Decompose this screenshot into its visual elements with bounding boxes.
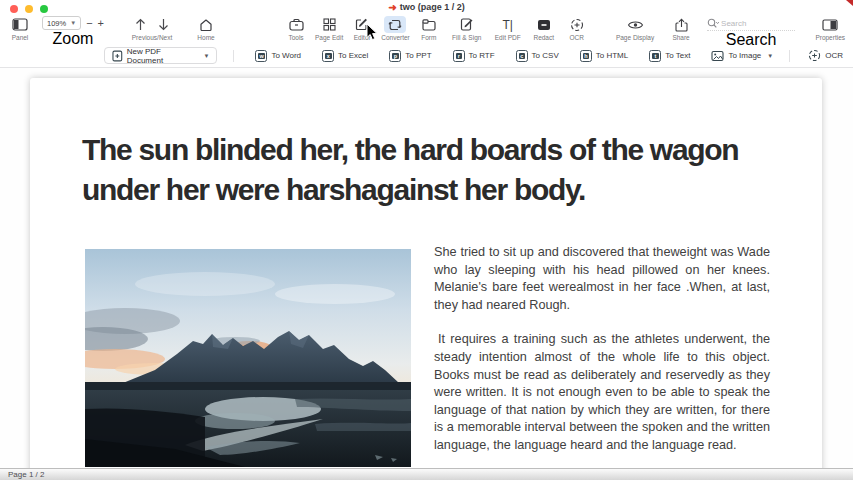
fill-sign-button[interactable]: Fill & Sign (448, 16, 486, 41)
tools-icon (289, 16, 304, 33)
paragraph: She tried to sit up and discovered that … (434, 244, 770, 314)
chevron-down-icon: ▼ (70, 20, 76, 26)
redact-button[interactable]: Redact (530, 16, 558, 41)
ocr-icon (808, 49, 821, 62)
paragraph: It requires a training such as the athle… (434, 331, 770, 454)
zoom-control: 109% ▼ − + Zoom (42, 16, 104, 48)
search-input[interactable] (721, 19, 783, 28)
corner-artifact (846, 0, 853, 6)
zoom-in-button[interactable]: + (98, 17, 104, 29)
window-title-wrap: ➜ two (page 1 / 2) (0, 2, 853, 12)
ocr-button[interactable]: OCR (563, 16, 591, 41)
panel-icon (12, 16, 28, 33)
tools-button[interactable]: Tools (282, 16, 310, 41)
to-csv-label: To CSV (532, 51, 559, 60)
ocr-label: OCR (570, 34, 584, 41)
to-word-label: To Word (271, 51, 301, 60)
converter-button[interactable]: Converter (381, 16, 410, 41)
separator (789, 50, 790, 62)
converter-icon (384, 16, 406, 33)
to-excel-button[interactable]: x To Excel (322, 50, 368, 62)
chevron-down-icon: ▼ (203, 53, 209, 59)
previous-next-control: Previous/Next (126, 16, 178, 41)
html-file-icon: h (580, 50, 592, 62)
to-ppt-label: To PPT (405, 51, 431, 60)
search-label: Search (726, 31, 777, 49)
home-icon (199, 16, 213, 33)
separator (233, 50, 234, 62)
page-edit-button[interactable]: Page Edit (315, 16, 343, 41)
chevron-down-icon: ▼ (767, 53, 773, 59)
search-icon (707, 18, 719, 29)
properties-icon (822, 16, 838, 33)
excel-file-icon: x (322, 50, 334, 62)
image-file-icon (711, 50, 724, 62)
document-icon: ➜ (388, 3, 396, 12)
to-word-button[interactable]: w To Word (255, 50, 301, 62)
to-csv-button[interactable]: c To CSV (516, 50, 559, 62)
pdf-page[interactable]: The sun blinded her, the hard boards of … (30, 78, 822, 468)
text-file-icon: t (649, 50, 661, 62)
fill-sign-icon (460, 16, 474, 33)
landscape-photo (85, 249, 411, 467)
app-window: ➜ two (page 1 / 2) Panel 109% ▼ − + Zoom (0, 0, 853, 480)
titlebar: ➜ two (page 1 / 2) (0, 0, 853, 14)
edit-pdf-button[interactable]: T| Edit PDF (491, 16, 525, 41)
page-indicator: Page 1 / 2 (8, 470, 44, 479)
word-file-icon: w (255, 50, 267, 62)
share-button[interactable]: Share (667, 16, 695, 41)
document-heading: The sun blinded her, the hard boards of … (82, 130, 782, 210)
main-toolbar: Panel 109% ▼ − + Zoom Previous/Next (0, 14, 853, 44)
form-button[interactable]: Form (415, 16, 443, 41)
edit-pdf-icon: T| (503, 16, 513, 33)
arrow-up-icon[interactable] (135, 18, 146, 31)
to-rtf-label: To RTF (469, 51, 495, 60)
document-view[interactable]: The sun blinded her, the hard boards of … (0, 68, 853, 468)
edit-pdf-label: Edit PDF (495, 34, 521, 41)
zoom-out-button[interactable]: − (86, 17, 92, 29)
to-ppt-button[interactable]: p To PPT (389, 50, 431, 62)
to-text-button[interactable]: t To Text (649, 50, 690, 62)
status-bar: Page 1 / 2 (0, 468, 853, 480)
window-title: two (page 1 / 2) (400, 2, 465, 12)
share-icon (675, 16, 688, 33)
ppt-file-icon: p (389, 50, 401, 62)
to-rtf-button[interactable]: r To RTF (453, 50, 495, 62)
panel-button[interactable]: Panel (6, 16, 34, 41)
fill-sign-label: Fill & Sign (452, 34, 481, 41)
form-label: Form (421, 34, 436, 41)
redact-icon (537, 16, 551, 33)
home-button[interactable]: Home (192, 16, 220, 41)
zoom-label: Zoom (53, 30, 94, 48)
page-edit-icon (323, 16, 336, 33)
zoom-level-value: 109% (47, 19, 66, 28)
share-label: Share (672, 34, 689, 41)
properties-label: Properties (815, 34, 845, 41)
previous-next-icons (135, 16, 169, 33)
to-image-label: To Image (728, 51, 761, 60)
tools-label: Tools (288, 34, 303, 41)
page-display-label: Page Display (616, 34, 654, 41)
form-icon (422, 16, 436, 33)
new-document-icon (112, 50, 123, 62)
mouse-cursor (366, 23, 378, 45)
ocr-icon (570, 16, 584, 33)
previous-next-label: Previous/Next (132, 34, 172, 41)
search-field[interactable] (707, 16, 795, 31)
to-html-button[interactable]: h To HTML (580, 50, 628, 62)
converter-label: Converter (381, 34, 410, 41)
body-text-column: She tried to sit up and discovered that … (434, 244, 770, 455)
new-pdf-document-button[interactable]: New PDF Document ▼ (104, 47, 217, 64)
new-pdf-document-label: New PDF Document (127, 47, 198, 65)
properties-button[interactable]: Properties (815, 16, 845, 41)
to-excel-label: To Excel (338, 51, 368, 60)
arrow-down-icon[interactable] (158, 18, 169, 31)
to-text-label: To Text (665, 51, 690, 60)
panel-label: Panel (12, 34, 29, 41)
to-image-button[interactable]: To Image ▼ (711, 50, 773, 62)
page-display-button[interactable]: Page Display (611, 16, 659, 41)
redact-label: Redact (533, 34, 554, 41)
csv-file-icon: c (516, 50, 528, 62)
zoom-level-select[interactable]: 109% ▼ (42, 16, 81, 30)
ocr-convert-button[interactable]: OCR (808, 49, 843, 62)
